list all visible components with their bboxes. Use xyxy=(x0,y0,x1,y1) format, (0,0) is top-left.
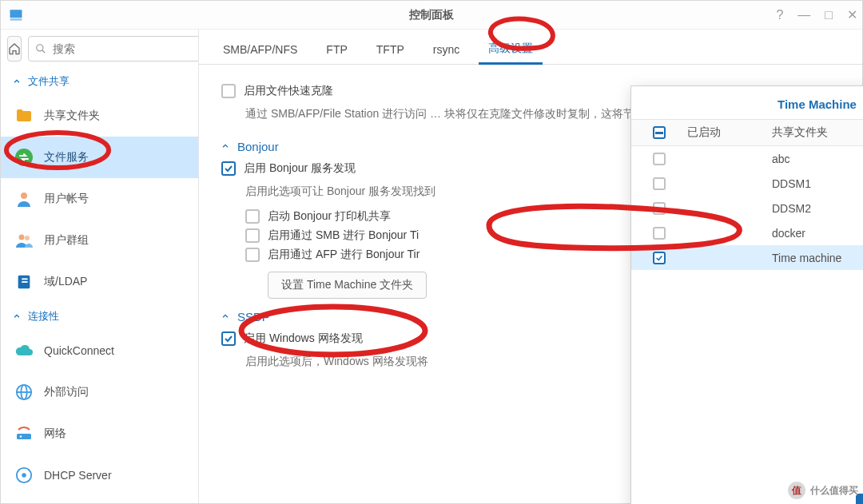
folder-icon xyxy=(14,105,34,126)
sidebar-item-label: DHCP Server xyxy=(44,469,112,482)
checkbox-checked-icon xyxy=(221,331,236,346)
fastclone-label: 启用文件快速克隆 xyxy=(244,84,333,98)
chevron-up-icon xyxy=(12,312,22,321)
header-checkbox-indeterminate[interactable] xyxy=(653,126,666,139)
search-bar xyxy=(1,30,198,68)
tab-advanced[interactable]: 高级设置 xyxy=(474,34,547,64)
checkbox-icon xyxy=(245,209,260,224)
sidebar-item-group[interactable]: 用户群组 xyxy=(1,220,198,261)
main-area: SMB/AFP/NFS FTP TFTP rsync 高级设置 启用文件快速克隆… xyxy=(199,30,862,503)
chevron-up-icon xyxy=(12,77,22,86)
window-body: 文件共享 共享文件夹 文件服务 用户帐号 用户群组 域/LDAP xyxy=(1,30,862,503)
dialog-row-selected[interactable]: Time machine xyxy=(631,245,863,270)
checkbox-checked-icon[interactable] xyxy=(653,252,666,264)
dialog-title: Time Machine xyxy=(631,86,863,119)
svg-point-15 xyxy=(20,435,22,437)
sidebar-item-label: 网络 xyxy=(44,427,66,441)
search-field[interactable] xyxy=(28,36,199,62)
svg-point-6 xyxy=(19,235,25,240)
checkbox-icon[interactable] xyxy=(653,202,666,215)
checkbox-icon xyxy=(221,84,236,98)
checkbox-checked-icon xyxy=(221,161,236,176)
sidebar-item-file-services[interactable]: 文件服务 xyxy=(1,137,198,178)
dialog-row[interactable]: docker xyxy=(631,220,863,245)
sidebar-item-external-access[interactable]: 外部访问 xyxy=(1,371,198,413)
book-icon xyxy=(14,272,34,292)
svg-point-7 xyxy=(25,236,30,240)
dialog-row[interactable]: DDSM1 xyxy=(631,171,863,196)
chevron-up-icon xyxy=(221,312,229,320)
sidebar: 文件共享 共享文件夹 文件服务 用户帐号 用户群组 域/LDAP xyxy=(1,30,199,503)
chevron-up-icon xyxy=(221,142,229,150)
sidebar-item-label: 用户帐号 xyxy=(44,192,89,206)
globe-icon xyxy=(14,382,34,403)
group-icon xyxy=(14,230,34,251)
checkbox-icon[interactable] xyxy=(653,227,666,240)
sidebar-section-label: 连接性 xyxy=(28,309,59,323)
svg-point-2 xyxy=(37,45,43,51)
dialog-row[interactable]: DDSM2 xyxy=(631,196,863,220)
column-enabled[interactable]: 已启动 xyxy=(687,125,764,140)
router-icon xyxy=(14,423,34,444)
sidebar-item-label: 文件服务 xyxy=(44,150,89,165)
sidebar-item-user[interactable]: 用户帐号 xyxy=(1,178,198,220)
checkbox-icon xyxy=(245,248,260,262)
titlebar: 控制面板 ? — □ ✕ xyxy=(1,1,862,30)
sidebar-section-connectivity[interactable]: 连接性 xyxy=(1,303,198,330)
svg-point-5 xyxy=(21,192,27,199)
control-panel-window: 控制面板 ? — □ ✕ 文件共享 xyxy=(0,0,863,504)
checkbox-icon xyxy=(245,228,260,243)
sidebar-item-label: 域/LDAP xyxy=(44,275,87,289)
column-folder[interactable]: 共享文件夹 xyxy=(764,125,863,140)
ssdp-enable-label: 启用 Windows 网络发现 xyxy=(244,331,363,346)
sidebar-item-dhcp[interactable]: DHCP Server xyxy=(1,454,198,496)
checkbox-icon[interactable] xyxy=(653,153,666,165)
search-icon xyxy=(35,43,46,54)
sidebar-section-label: 文件共享 xyxy=(28,74,70,89)
set-time-machine-button[interactable]: 设置 Time Machine 文件夹 xyxy=(268,272,427,299)
tab-tftp[interactable]: TFTP xyxy=(362,35,419,64)
maximize-icon[interactable]: □ xyxy=(825,9,833,22)
close-icon[interactable]: ✕ xyxy=(847,9,857,22)
dialog-row[interactable]: abc xyxy=(631,146,863,171)
minimize-icon[interactable]: — xyxy=(797,9,810,22)
sidebar-item-label: 用户群组 xyxy=(44,233,89,248)
tab-smb[interactable]: SMB/AFP/NFS xyxy=(209,35,312,64)
tab-rsync[interactable]: rsync xyxy=(419,35,474,64)
svg-line-3 xyxy=(42,50,46,54)
window-controls: ? — □ ✕ xyxy=(776,1,857,30)
dhcp-icon xyxy=(14,465,34,486)
sidebar-item-shared-folder[interactable]: 共享文件夹 xyxy=(1,95,198,137)
sidebar-item-label: 共享文件夹 xyxy=(44,109,100,123)
swap-icon xyxy=(14,147,34,168)
time-machine-dialog: Time Machine 已启动 共享文件夹 ⋮ abc DDSM1 xyxy=(630,85,863,504)
search-input[interactable] xyxy=(51,42,194,56)
svg-rect-10 xyxy=(22,281,27,283)
sidebar-section-file-sharing[interactable]: 文件共享 xyxy=(1,68,198,95)
svg-point-4 xyxy=(15,149,33,166)
help-icon[interactable]: ? xyxy=(776,9,783,22)
window-title: 控制面板 xyxy=(1,8,862,22)
svg-rect-14 xyxy=(17,434,31,439)
sidebar-item-ldap[interactable]: 域/LDAP xyxy=(1,261,198,303)
watermark: 值 什么值得买 xyxy=(788,482,858,499)
dialog-grid-header: 已启动 共享文件夹 ⋮ xyxy=(631,119,863,146)
bonjour-enable-label: 启用 Bonjour 服务发现 xyxy=(244,161,356,176)
home-button[interactable] xyxy=(7,36,22,62)
watermark-icon: 值 xyxy=(788,482,805,499)
tab-bar: SMB/AFP/NFS FTP TFTP rsync 高级设置 xyxy=(199,30,862,65)
sidebar-item-quickconnect[interactable]: QuickConnect xyxy=(1,330,198,371)
svg-rect-9 xyxy=(22,278,27,280)
user-icon xyxy=(14,189,34,209)
tab-ftp[interactable]: FTP xyxy=(312,35,361,64)
sidebar-item-network[interactable]: 网络 xyxy=(1,413,198,454)
sidebar-item-label: 外部访问 xyxy=(44,385,89,399)
checkbox-icon[interactable] xyxy=(653,177,666,190)
cloud-icon xyxy=(14,340,34,361)
svg-point-17 xyxy=(22,473,26,478)
sidebar-item-label: QuickConnect xyxy=(44,344,114,357)
